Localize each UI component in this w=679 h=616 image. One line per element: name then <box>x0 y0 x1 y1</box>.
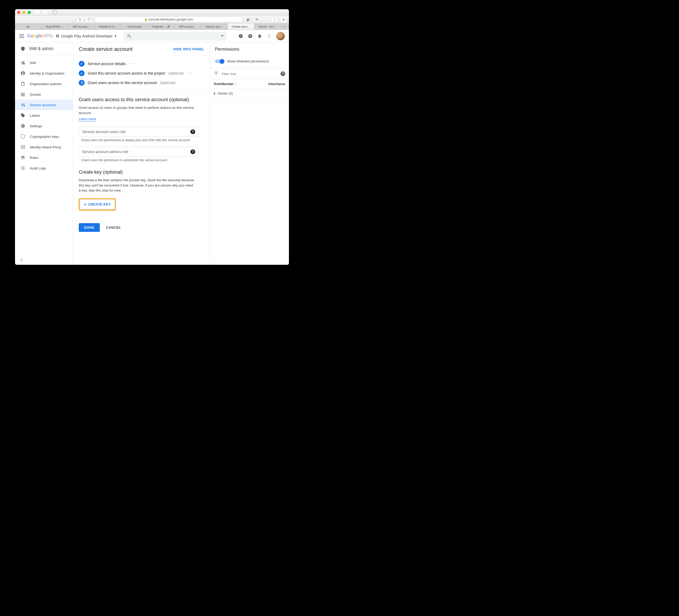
nav-back-button[interactable]: ‹ <box>34 10 40 15</box>
svg-rect-0 <box>53 11 56 14</box>
project-picker[interactable]: Google Play Android Developer ▾ <box>56 34 117 38</box>
done-button[interactable]: DONE <box>79 223 100 232</box>
sidebar-item-iam[interactable]: IAM <box>15 57 73 68</box>
help-icon[interactable]: ? <box>248 34 253 38</box>
step-optional: (optional) <box>168 71 184 75</box>
notifications-icon[interactable] <box>257 34 262 38</box>
step-optional: (optional) <box>160 81 175 85</box>
sidebar-item-identity[interactable]: Identity & Organisation <box>15 68 73 79</box>
svg-point-9 <box>269 37 270 38</box>
search-dropdown-icon[interactable] <box>221 35 224 37</box>
column-inheritance[interactable]: Inheritance <box>268 82 285 86</box>
sidebar-item-service-accounts[interactable]: Service accounts <box>15 100 73 110</box>
tabs-overview-icon[interactable]: ⧉ <box>280 17 287 22</box>
browser-tab[interactable]: de <box>15 24 42 30</box>
sidebar-item-label: Settings <box>30 124 42 128</box>
sort-arrow-icon[interactable]: ↑ <box>235 82 237 86</box>
sidebar-item-settings[interactable]: Settings <box>15 121 73 131</box>
sidebar-item-crypto-keys[interactable]: Cryptographic keys <box>15 131 73 142</box>
new-tab-button[interactable]: + <box>281 24 289 30</box>
svg-point-8 <box>269 36 270 36</box>
shield-icon <box>20 46 26 51</box>
person-add-icon <box>20 60 26 65</box>
search-input[interactable] <box>124 32 227 40</box>
svg-rect-3 <box>240 35 241 36</box>
google-apis-logo[interactable]: GoogleAPIs <box>27 33 53 39</box>
svg-point-7 <box>269 34 270 35</box>
sidebar-item-quotas[interactable]: Quotas <box>15 89 73 100</box>
search-icon <box>127 34 132 38</box>
filter-input[interactable] <box>222 72 277 76</box>
sidebar-item-labels[interactable]: Labels <box>15 110 73 121</box>
create-key-button[interactable]: + CREATE KEY <box>80 200 115 209</box>
sidebar-item-iap[interactable]: Identity-Aware Proxy <box>15 142 73 152</box>
hide-info-panel-button[interactable]: HIDE INFO PANEL <box>173 47 204 51</box>
sidebar-item-roles[interactable]: Roles <box>15 152 73 163</box>
browser-tab[interactable]: Service acc… <box>201 24 228 30</box>
sidebar-item-label: Cryptographic keys <box>30 135 59 138</box>
info-icon[interactable]: ⓘ <box>86 17 92 22</box>
close-window-button[interactable] <box>17 11 20 14</box>
sidebar-item-label: Identity & Organisation <box>30 71 65 75</box>
list-icon <box>20 165 26 171</box>
users-role-field[interactable]: Service account users role ? <box>79 127 199 137</box>
reader-icon[interactable]: 🔊 <box>245 17 252 22</box>
collapse-sidebar-button[interactable]: ‹| <box>15 254 73 265</box>
alert-icon[interactable] <box>238 34 243 38</box>
learn-more-link[interactable]: Learn more <box>79 117 96 121</box>
help-icon[interactable]: ? <box>281 71 285 76</box>
help-icon[interactable]: ? <box>190 129 195 134</box>
sidebar-item-org-policies[interactable]: Organisation policies <box>15 79 73 89</box>
browser-tab[interactable]: Publish to G… <box>95 24 122 30</box>
field-label: Service account admins role <box>82 150 190 154</box>
browser-tab[interactable]: Grammarly <box>122 24 148 30</box>
help-icon[interactable]: ? <box>190 149 195 154</box>
check-icon: ✓ <box>79 61 85 67</box>
admins-role-field[interactable]: Service account admins role ? <box>79 147 199 157</box>
section-description: Download a file that contains the privat… <box>79 178 195 193</box>
nav-forward-button[interactable]: › <box>42 10 48 15</box>
tree-row-owner[interactable]: Owner (3) <box>210 89 289 98</box>
gift-icon[interactable] <box>230 34 234 38</box>
check-icon: ✓ <box>79 70 85 76</box>
expand-icon[interactable] <box>214 92 216 95</box>
section-heading: Grant users access to this service accou… <box>79 97 204 102</box>
reload-icon[interactable]: ⟳ <box>254 17 260 22</box>
svg-point-10 <box>24 105 25 107</box>
address-bar[interactable]: 🔒 console.developers.google.com <box>95 17 243 22</box>
column-role-member[interactable]: Role/Member <box>214 82 234 86</box>
cancel-button[interactable]: CANCEL <box>106 225 121 229</box>
browser-tab[interactable]: Bug 59400:… <box>42 24 68 30</box>
extension-icon[interactable]: G <box>77 17 84 22</box>
filter-icon[interactable] <box>214 71 219 77</box>
browser-tab[interactable]: Fragmen… 🔊 <box>148 24 174 30</box>
svg-rect-4 <box>240 37 241 37</box>
sidebar-section-title: IAM & admin <box>15 42 73 55</box>
tree-row-label: Owner (3) <box>218 91 233 95</box>
window-titlebar: ‹ › <box>15 9 289 16</box>
address-bar-row: G ⓘ 🔒 console.developers.google.com 🔊 ⟳ … <box>15 16 289 24</box>
browser-tab[interactable]: API access… <box>68 24 95 30</box>
step-label: Grant users access to this service accou… <box>88 81 157 85</box>
more-icon[interactable] <box>267 34 271 38</box>
maximize-window-button[interactable] <box>28 11 31 14</box>
minimize-window-button[interactable] <box>22 11 26 14</box>
toggle-label: Show inherited permissions <box>227 59 269 63</box>
sidebar-item-label: Organisation policies <box>30 82 62 86</box>
step-1: ✓ Service account details <box>79 61 204 67</box>
menu-icon[interactable] <box>19 34 24 38</box>
share-icon[interactable]: ⤴ <box>271 17 278 22</box>
browser-tab[interactable]: API access… <box>174 24 201 30</box>
sidebar-toggle-button[interactable] <box>51 10 58 15</box>
avatar[interactable] <box>276 32 285 40</box>
inherited-permissions-toggle[interactable] <box>215 60 224 63</box>
sidebar: IAM & admin IAM Identity & Organisation … <box>15 42 73 265</box>
svg-rect-11 <box>21 146 25 147</box>
section-description: Grant access to users or groups that nee… <box>79 105 204 115</box>
svg-rect-12 <box>21 148 25 149</box>
sidebar-item-audit-logs[interactable]: Audit Logs <box>15 163 73 173</box>
browser-tab-active[interactable]: Create servi… <box>228 24 254 30</box>
sidebar-item-label: IAM <box>30 61 36 65</box>
document-icon <box>20 81 26 86</box>
browser-tab[interactable]: Stores · Sm… <box>254 24 281 30</box>
